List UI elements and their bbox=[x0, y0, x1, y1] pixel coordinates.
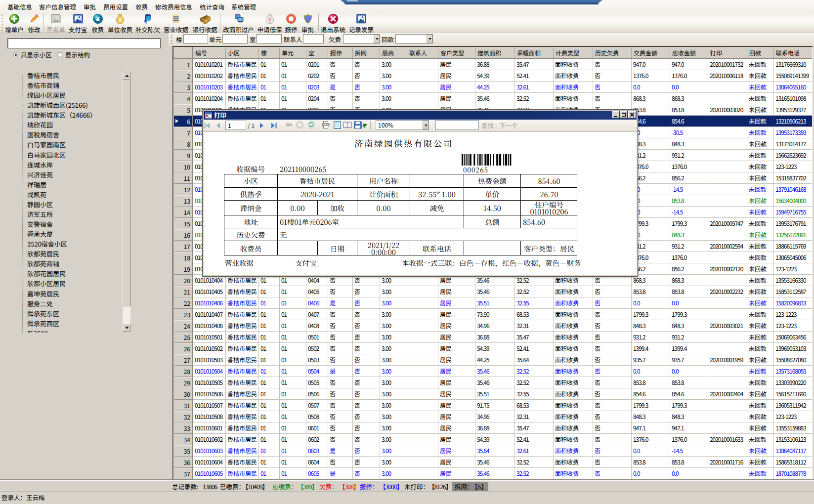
svg-text:¥: ¥ bbox=[96, 15, 100, 23]
svg-text:¥: ¥ bbox=[268, 17, 271, 23]
svg-text:¥: ¥ bbox=[119, 17, 122, 23]
